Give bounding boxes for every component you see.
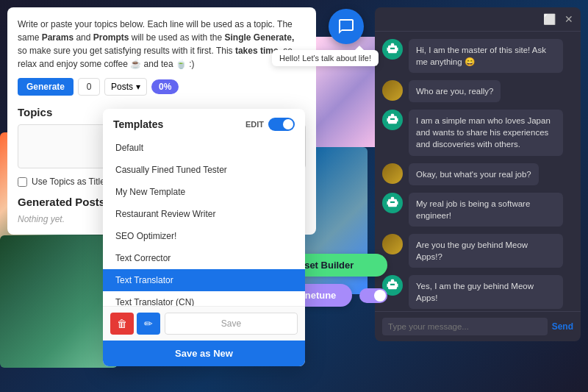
edit-toggle: EDIT (245, 118, 295, 131)
chat-message-1: Hi, I am the master of this site! Ask me… (382, 39, 573, 73)
delete-template-button[interactable]: 🗑 (110, 313, 134, 335)
chat-message-3: I am a simple man who loves Japan and wa… (382, 110, 573, 155)
use-topics-checkbox[interactable] (18, 177, 27, 187)
chat-toolbar: ⬜ ✕ (375, 7, 581, 32)
templates-header: Templates EDIT (103, 109, 305, 137)
templates-title: Templates (113, 118, 163, 130)
chat-bubble-4: Okay, but what's your real job? (409, 163, 539, 185)
ai-avatar-3 (382, 193, 403, 213)
posts-dropdown[interactable]: Posts ▾ (104, 78, 147, 96)
template-item-translator[interactable]: Text Translator (103, 269, 305, 291)
template-item-restaurant[interactable]: Restaurant Review Writer (103, 203, 305, 225)
chat-panel: ⬜ ✕ Hi, I am the master of this site! As… (375, 7, 581, 341)
bg-image-4 (0, 235, 118, 368)
chat-input[interactable] (382, 318, 548, 335)
ai-avatar-1 (382, 39, 403, 60)
chat-bubble-1: Hi, I am the master of this site! Ask me… (409, 39, 563, 73)
progress-badge: 0% (151, 79, 179, 94)
template-item-new[interactable]: My New Template (103, 181, 305, 203)
chatbot-button[interactable] (329, 9, 364, 44)
toolbar: Generate Posts ▾ 0% (18, 78, 306, 96)
chat-message-7: Yes, I am the guy behind Meow Apps! (382, 275, 573, 309)
chat-input-row: Send (375, 311, 581, 341)
use-topics-label: Use Topics as Titles (32, 177, 110, 187)
intro-text: Write or paste your topics below. Each l… (18, 18, 306, 71)
chat-bubble-3: I am a simple man who loves Japan and wa… (409, 110, 563, 155)
template-item-casually[interactable]: Casually Fined Tuned Tester (103, 159, 305, 181)
chat-send-button[interactable]: Send (552, 321, 573, 332)
user-avatar-1 (382, 80, 403, 101)
template-item-seo[interactable]: SEO Optimizer! (103, 225, 305, 247)
user-avatar-3 (382, 234, 403, 254)
chat-expand-button[interactable]: ⬜ (542, 12, 557, 26)
save-template-button[interactable]: Save (165, 313, 298, 335)
chat-bubble-6: Are you the guy behind Meow Apps!? (409, 234, 563, 268)
chat-message-5: My real job is being a software engineer… (382, 193, 573, 227)
chat-close-button[interactable]: ✕ (563, 12, 575, 26)
templates-footer: 🗑 ✏ Save (103, 306, 305, 341)
chat-message-6: Are you the guy behind Meow Apps!? (382, 234, 573, 268)
template-item-default[interactable]: Default (103, 137, 305, 159)
template-list: Default Casually Fined Tuned Tester My N… (103, 137, 305, 306)
edit-label: EDIT (245, 120, 264, 129)
chat-messages: Hi, I am the master of this site! Ask me… (375, 32, 581, 311)
posts-count-input[interactable] (78, 78, 100, 96)
edit-template-button[interactable]: ✏ (137, 313, 160, 335)
user-avatar-2 (382, 163, 403, 184)
generate-button[interactable]: Generate (18, 78, 74, 96)
edit-toggle-switch[interactable] (268, 118, 295, 131)
chat-message-4: Okay, but what's your real job? (382, 163, 573, 185)
chatbot-tooltip: Hello! Let's talk about life! (272, 50, 379, 66)
chevron-down-icon: ▾ (136, 82, 140, 92)
chat-message-2: Who are you, really? (382, 80, 573, 102)
save-as-new-button[interactable]: Save as New (103, 341, 305, 366)
chat-bubble-5: My real job is being a software engineer… (409, 193, 563, 227)
template-item-translator-cn[interactable]: Text Translator (CN) (103, 291, 305, 306)
posts-dropdown-label: Posts (111, 82, 133, 92)
chat-bubble-2: Who are you, really? (409, 80, 501, 102)
chat-bubble-7: Yes, I am the guy behind Meow Apps! (409, 275, 563, 309)
model-finetune-toggle[interactable] (359, 288, 387, 303)
ai-avatar-2 (382, 110, 403, 130)
template-item-corrector[interactable]: Text Corrector (103, 247, 305, 269)
templates-panel: Templates EDIT Default Casually Fined Tu… (103, 109, 305, 366)
chat-icon (337, 18, 355, 35)
